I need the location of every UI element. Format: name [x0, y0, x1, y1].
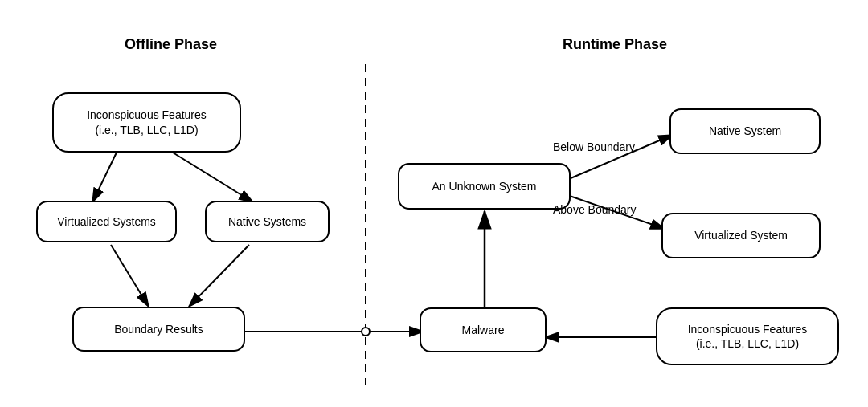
svg-point-6: [362, 328, 370, 336]
above-boundary-label: Above Boundary: [553, 203, 637, 216]
svg-line-1: [92, 153, 117, 202]
inconspicuous-features-runtime-node: Inconspicuous Features (i.e., TLB, LLC, …: [656, 307, 839, 365]
native-system-node: Native System: [669, 108, 821, 154]
virtualized-system-node: Virtualized System: [661, 213, 821, 258]
boundary-results-node: Boundary Results: [72, 307, 245, 352]
runtime-phase-label: Runtime Phase: [563, 36, 667, 53]
svg-line-3: [111, 245, 149, 307]
diagram-container: Offline Phase Runtime Phase: [0, 0, 868, 407]
malware-node: Malware: [420, 307, 547, 352]
svg-line-2: [173, 153, 253, 202]
offline-phase-label: Offline Phase: [125, 36, 217, 53]
below-boundary-label: Below Boundary: [553, 140, 635, 153]
native-systems-node: Native Systems: [205, 201, 330, 242]
inconspicuous-features-offline-node: Inconspicuous Features (i.e., TLB, LLC, …: [52, 92, 241, 153]
svg-line-4: [189, 245, 249, 307]
virtualized-systems-node: Virtualized Systems: [36, 201, 177, 242]
unknown-system-node: An Unknown System: [398, 163, 571, 210]
